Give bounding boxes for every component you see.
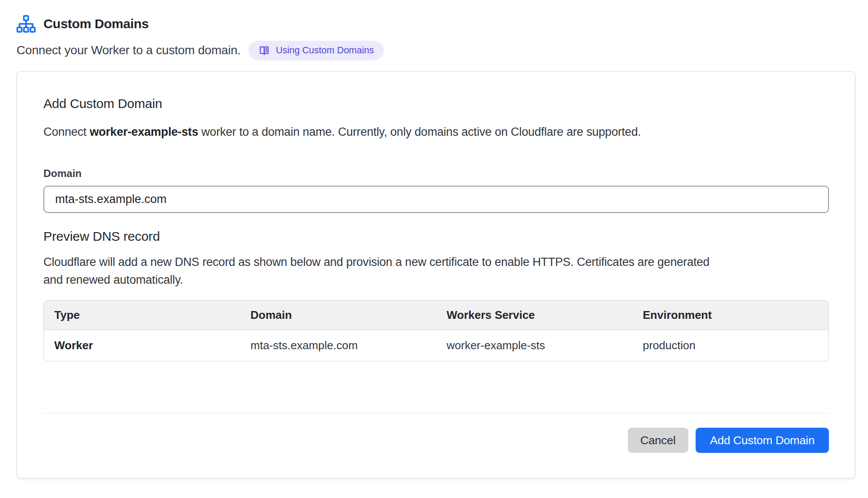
cell-type: Worker bbox=[44, 330, 240, 361]
card-heading: Add Custom Domain bbox=[43, 96, 829, 111]
cell-environment: production bbox=[632, 330, 828, 361]
column-header-workers-service: Workers Service bbox=[436, 301, 633, 330]
page-header: Custom Domains bbox=[17, 13, 855, 35]
page-title: Custom Domains bbox=[43, 16, 149, 31]
card-description-suffix: worker to a domain name. Currently, only… bbox=[198, 125, 641, 138]
preview-dns-heading: Preview DNS record bbox=[43, 229, 829, 244]
cell-domain: mta-sts.example.com bbox=[240, 330, 436, 361]
cell-workers-service: worker-example-sts bbox=[436, 330, 633, 361]
column-header-environment: Environment bbox=[632, 301, 828, 330]
preview-dns-description: Cloudflare will add a new DNS record as … bbox=[43, 253, 714, 289]
add-custom-domain-card: Add Custom Domain Connect worker-example… bbox=[17, 71, 855, 478]
dns-preview-table: Type Domain Workers Service Environment … bbox=[44, 301, 828, 361]
docs-link-pill[interactable]: Using Custom Domains bbox=[248, 41, 384, 60]
table-row: Worker mta-sts.example.com worker-exampl… bbox=[44, 330, 828, 361]
column-header-type: Type bbox=[44, 301, 240, 330]
footer-actions: Cancel Add Custom Domain bbox=[43, 428, 829, 453]
worker-name: worker-example-sts bbox=[89, 125, 198, 138]
add-custom-domain-button[interactable]: Add Custom Domain bbox=[696, 428, 829, 453]
footer-divider bbox=[43, 413, 829, 413]
column-header-domain: Domain bbox=[240, 301, 436, 330]
cancel-button[interactable]: Cancel bbox=[628, 428, 688, 453]
card-description: Connect worker-example-sts worker to a d… bbox=[43, 123, 829, 141]
docs-link-label: Using Custom Domains bbox=[276, 45, 374, 56]
sitemap-icon bbox=[17, 15, 36, 33]
table-header-row: Type Domain Workers Service Environment bbox=[44, 301, 828, 330]
dns-preview-table-container: Type Domain Workers Service Environment … bbox=[43, 300, 829, 361]
domain-field-label: Domain bbox=[43, 167, 829, 180]
card-description-prefix: Connect bbox=[43, 125, 89, 138]
custom-domains-page: Custom Domains Connect your Worker to a … bbox=[0, 0, 868, 478]
page-subtitle: Connect your Worker to a custom domain. bbox=[17, 43, 241, 57]
domain-input[interactable] bbox=[43, 186, 829, 213]
open-book-icon bbox=[258, 45, 270, 56]
page-subtitle-row: Connect your Worker to a custom domain. … bbox=[17, 40, 855, 60]
